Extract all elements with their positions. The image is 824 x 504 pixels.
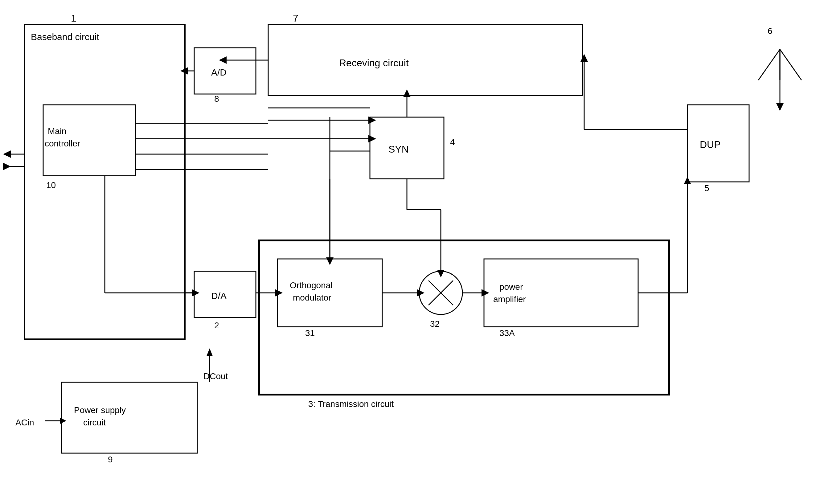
bb-left-arrow1 <box>3 150 11 158</box>
ad-number: 8 <box>214 94 219 104</box>
receiving-label: Receving circuit <box>339 57 409 69</box>
dup-label: DUP <box>700 139 721 150</box>
power-supply-block <box>62 382 197 453</box>
receiving-number: 7 <box>293 13 298 24</box>
antenna-right <box>780 49 802 80</box>
dcout-label: DCout <box>203 372 228 381</box>
antenna-left <box>758 49 780 80</box>
power-supply-number: 9 <box>108 455 113 464</box>
main-controller-label-1: Main <box>48 126 67 136</box>
main-controller-label-2: controller <box>45 139 80 148</box>
ant-to-dup-arrow <box>776 103 784 111</box>
baseband-label: Baseband circuit <box>31 32 99 42</box>
orthogonal-label-2: modulator <box>293 293 331 302</box>
orthogonal-number: 31 <box>305 328 315 338</box>
mixer-number: 32 <box>430 319 440 329</box>
antenna-number: 6 <box>767 26 772 36</box>
power-supply-label-1: Power supply <box>74 405 126 415</box>
power-amp-number: 33A <box>499 328 515 338</box>
dcout-arrow <box>207 348 213 356</box>
syn-number: 4 <box>450 137 455 147</box>
ad-label: A/D <box>211 67 227 77</box>
dup-number: 5 <box>704 183 709 193</box>
da-label: D/A <box>211 291 227 301</box>
receiving-block <box>268 25 583 96</box>
transmission-label: 3: Transmission circuit <box>308 399 394 409</box>
baseband-number: 1 <box>71 13 77 24</box>
power-amp-label-2: amplifier <box>493 294 526 304</box>
diagram-svg: 1 Baseband circuit Main controller 10 A/… <box>0 0 824 504</box>
power-amp-label-1: power <box>499 282 523 292</box>
power-amp-block <box>484 259 638 327</box>
diagram-container: 1 Baseband circuit Main controller 10 A/… <box>0 0 824 504</box>
main-controller-number: 10 <box>46 180 56 190</box>
syn-label: SYN <box>388 144 409 155</box>
power-supply-label-2: circuit <box>83 418 106 427</box>
bb-left-arrow2 <box>3 163 11 170</box>
da-number: 2 <box>214 321 219 330</box>
acin-label: ACin <box>15 418 34 427</box>
orthogonal-label-1: Orthogonal <box>290 281 333 290</box>
